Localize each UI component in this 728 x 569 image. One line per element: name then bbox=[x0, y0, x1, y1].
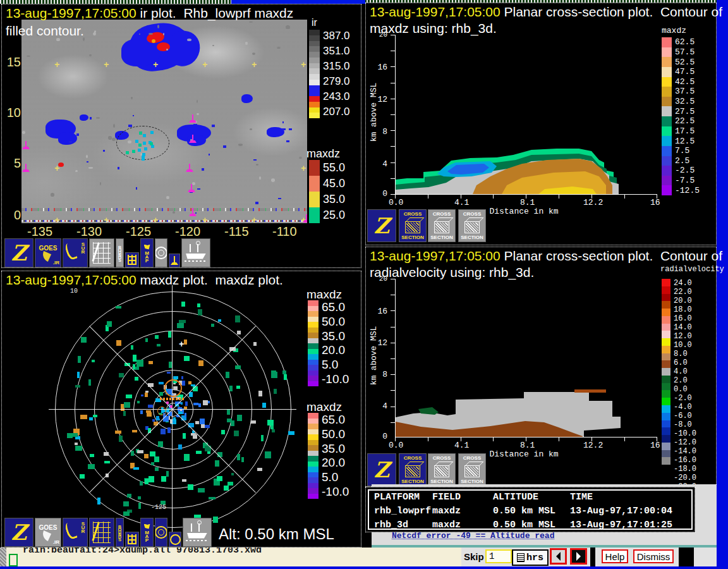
cloud-blob bbox=[241, 94, 253, 103]
radar-grid-button[interactable] bbox=[89, 238, 114, 267]
ir-colorbar: 387.0351.0315.0279.0243.0207.0 bbox=[309, 30, 350, 118]
texture-pixel bbox=[163, 33, 164, 35]
texture-pixel bbox=[277, 47, 281, 49]
cross-section-button-3[interactable]: CROSSSECTION bbox=[458, 453, 486, 486]
texture-pixel bbox=[86, 155, 88, 158]
skip-interval-input[interactable] bbox=[485, 549, 512, 563]
cell-platform: rhb_lowprf bbox=[374, 506, 431, 517]
help-button[interactable]: Help bbox=[602, 549, 628, 563]
buoy-marker bbox=[303, 214, 307, 223]
tr-title-text: Planar cross-section plot. Contour of bbox=[500, 4, 722, 19]
goes-ir-button[interactable]: GOES .IR bbox=[35, 518, 61, 547]
taskbar-divider bbox=[590, 548, 595, 566]
texture-pixel bbox=[249, 21, 253, 23]
storm-core bbox=[157, 42, 170, 51]
texture-pixel bbox=[184, 356, 190, 360]
texture-pixel bbox=[137, 450, 144, 453]
texture-pixel bbox=[215, 460, 219, 467]
hours-unit-button[interactable]: hrs bbox=[512, 549, 549, 566]
texture-pixel bbox=[144, 454, 149, 458]
texture-pixel bbox=[126, 151, 129, 154]
wave-icon bbox=[185, 260, 207, 262]
polar-grid-button[interactable] bbox=[155, 518, 167, 547]
texture-pixel bbox=[112, 138, 116, 140]
tl-xtick: -120 bbox=[175, 224, 200, 239]
texture-pixel bbox=[51, 193, 54, 196]
bounds-button[interactable]: BOUNDS bbox=[116, 518, 124, 547]
terminal-window[interactable]: rain:beaufait:24>xdump.all 970813.1703.x… bbox=[0, 548, 461, 566]
texture-pixel bbox=[200, 419, 205, 424]
cross-section-button-1[interactable]: CROSSSECTION bbox=[399, 209, 427, 242]
step-forward-button[interactable] bbox=[570, 548, 587, 565]
br-xtick: 8.1 bbox=[520, 441, 535, 450]
cross-label: CROSS bbox=[404, 211, 422, 217]
texture-pixel bbox=[137, 401, 140, 403]
texture-pixel bbox=[159, 392, 163, 395]
ship-hull-icon bbox=[187, 533, 207, 539]
texture-pixel bbox=[107, 321, 112, 327]
cross-section-button-2[interactable]: CROSSSECTION bbox=[428, 453, 456, 486]
ship-button[interactable] bbox=[181, 238, 210, 267]
step-back-button[interactable] bbox=[550, 548, 567, 565]
texture-pixel bbox=[166, 49, 167, 51]
texture-pixel bbox=[145, 391, 149, 393]
texture-pixel bbox=[185, 413, 186, 417]
bounds-button[interactable]: BOUNDS bbox=[116, 238, 124, 267]
terminal-scrollbar[interactable] bbox=[0, 548, 6, 566]
ship-button[interactable] bbox=[183, 518, 212, 547]
col-field: FIELD bbox=[432, 492, 461, 503]
texture-pixel bbox=[75, 385, 81, 388]
surveillance-radar-button[interactable]: SUR bbox=[63, 518, 88, 547]
data-speckle-row bbox=[21, 208, 307, 211]
texture-pixel bbox=[76, 133, 80, 136]
map-button[interactable]: MAP bbox=[140, 518, 154, 547]
bl-colorbar-2: 65.050.035.020.05.0-10.0 bbox=[308, 413, 349, 499]
map-label: MAP bbox=[144, 250, 150, 262]
texture-pixel bbox=[202, 168, 205, 171]
radialvelocity-cross-section-plot[interactable] bbox=[396, 279, 657, 437]
cross-section-button-2[interactable]: CROSSSECTION bbox=[428, 209, 456, 242]
zebra-z-icon: Z bbox=[11, 520, 27, 545]
texture-pixel bbox=[251, 420, 256, 424]
zebra-logo-button[interactable]: Z bbox=[4, 518, 33, 547]
cross-section-button-1[interactable]: CROSSSECTION bbox=[399, 453, 427, 486]
br-y-ticks bbox=[391, 279, 395, 437]
texture-pixel bbox=[143, 142, 146, 145]
zebra-logo-button[interactable]: Z bbox=[367, 453, 396, 486]
zebra-logo-button[interactable]: Z bbox=[4, 238, 33, 267]
tr-ylabel: km above MSL bbox=[369, 75, 379, 150]
satellite-dish-icon bbox=[40, 251, 51, 262]
zebra-logo-button[interactable]: Z bbox=[367, 209, 396, 242]
status-row: rhb_3d maxdz 0.50 km MSL 13-Aug-97,17:01… bbox=[369, 518, 691, 532]
texture-pixel bbox=[100, 182, 101, 185]
ir-satellite-image[interactable] bbox=[21, 20, 307, 223]
texture-pixel bbox=[167, 372, 170, 374]
surveillance-radar-button[interactable]: SUR bbox=[63, 238, 88, 267]
map-button[interactable]: MAP bbox=[140, 238, 154, 267]
tr-title-line2: maxdz using: rhb_3d. bbox=[370, 21, 497, 36]
dismiss-button[interactable]: Dismiss bbox=[633, 549, 674, 563]
cross-label: CROSS bbox=[433, 211, 451, 217]
small-grid-button[interactable] bbox=[125, 532, 139, 547]
texture-pixel bbox=[88, 167, 93, 169]
polar-grid-button[interactable] bbox=[155, 238, 167, 267]
section-label: SECTION bbox=[461, 235, 483, 240]
maxdz-cross-section-plot[interactable] bbox=[396, 35, 657, 195]
small-grid-button[interactable] bbox=[125, 252, 139, 267]
br-xtick: 16 bbox=[650, 441, 660, 450]
texture-pixel bbox=[227, 410, 230, 415]
cross-section-button-3[interactable]: CROSSSECTION bbox=[458, 209, 486, 242]
texture-pixel bbox=[145, 479, 149, 484]
radar-grid-button[interactable] bbox=[89, 518, 114, 547]
texture-pixel bbox=[78, 356, 82, 363]
tr-colorbar-title: maxdz bbox=[662, 26, 686, 35]
circle-button[interactable] bbox=[169, 532, 181, 547]
cloud-blob bbox=[80, 114, 88, 121]
texture-pixel bbox=[168, 331, 171, 338]
texture-pixel bbox=[92, 360, 95, 362]
goes-ir-button[interactable]: GOES .IR bbox=[35, 238, 61, 267]
bl-colorbar2-title: maxdz bbox=[306, 400, 342, 414]
buoy-button[interactable] bbox=[169, 254, 180, 267]
texture-pixel bbox=[237, 331, 241, 335]
texture-pixel bbox=[250, 128, 252, 130]
